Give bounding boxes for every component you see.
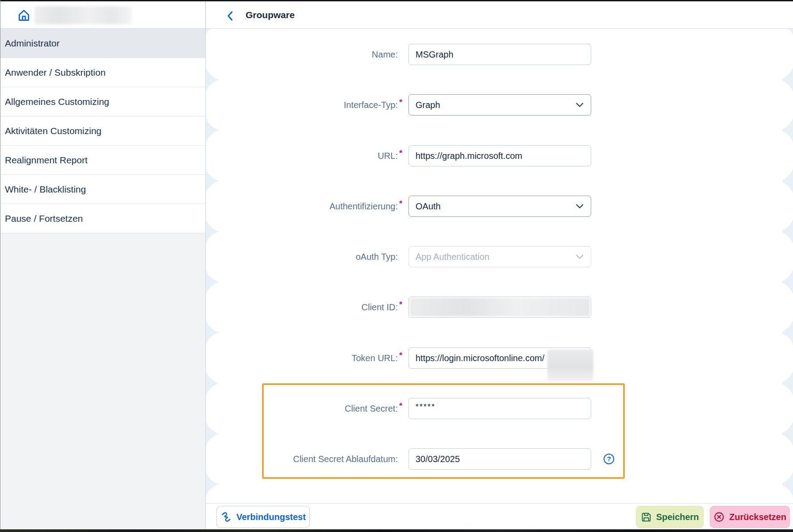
field-value: Graph: [416, 100, 440, 110]
connection-test-button[interactable]: Verbindungstest: [216, 506, 310, 528]
field-value: https://graph.microsoft.com: [416, 151, 522, 161]
form: Name:MSGraphInterface-Typ:*GraphURL:*htt…: [0, 0, 793, 532]
home-button[interactable]: [16, 8, 32, 23]
field-label-client-id: Client ID:: [223, 301, 398, 313]
required-asterisk: *: [399, 97, 405, 107]
window-bottom-edge: [0, 529, 793, 532]
back-button[interactable]: [223, 9, 237, 23]
select-interface-typ[interactable]: Graph: [408, 94, 591, 116]
required-asterisk: *: [399, 199, 405, 208]
save-button[interactable]: Speichern: [636, 506, 704, 528]
field-value: *****: [416, 402, 435, 412]
redaction-overlay: [547, 350, 593, 382]
field-label-oauth-typ: oAuth Typ:: [223, 251, 398, 263]
connection-test-label: Verbindungstest: [236, 512, 306, 522]
reset-label: Zurücksetzen: [729, 512, 786, 522]
window-left-edge: [0, 0, 0, 532]
field-label-url: URL:: [223, 150, 398, 162]
input-name[interactable]: MSGraph: [408, 44, 591, 65]
save-icon: [641, 512, 652, 523]
chevron-down-icon: [575, 102, 584, 108]
input-client-secret[interactable]: *****: [408, 398, 591, 419]
field-label-interface-typ: Interface-Typ:: [223, 99, 398, 111]
required-asterisk: *: [399, 148, 405, 158]
field-label-token-url: Token URL:: [223, 352, 398, 364]
field-value: MSGraph: [416, 50, 454, 60]
footer-bar: Verbindungstest Speichern Zurücksetzen: [206, 504, 793, 529]
select-oauth-typ: App Authentication: [408, 246, 591, 267]
page-title: Groupware: [246, 1, 295, 29]
field-label-client-secret: Client Secret:: [223, 402, 398, 415]
header-divider: [205, 1, 206, 29]
redaction-overlay: [410, 298, 590, 316]
select-authentifizierung[interactable]: OAuth: [408, 196, 591, 217]
reset-button[interactable]: Zurücksetzen: [710, 506, 790, 528]
input-token-url[interactable]: https://login.microsoftonline.com/: [408, 347, 591, 369]
required-asterisk: *: [399, 300, 405, 309]
home-icon: [16, 8, 31, 23]
help-button[interactable]: ?: [603, 453, 615, 465]
field-label-client-secret-ablaufdatum: Client Secret Ablaufdatum:: [223, 453, 398, 465]
app-logo-redacted: [35, 6, 132, 24]
field-value: https://login.microsoftonline.com/: [416, 353, 544, 363]
save-label: Speichern: [656, 512, 699, 522]
field-value: 30/03/2025: [416, 454, 460, 464]
field-value: OAuth: [416, 201, 441, 212]
top-bar: Groupware: [0, 1, 793, 29]
field-label-authentifizierung: Authentifizierung:: [223, 200, 398, 212]
field-value: App Authentication: [416, 252, 489, 262]
required-asterisk: *: [399, 401, 405, 411]
cancel-circle-icon: [713, 511, 725, 523]
input-client-secret-ablaufdatum[interactable]: 30/03/2025: [408, 448, 591, 470]
input-url[interactable]: https://graph.microsoft.com: [408, 145, 591, 166]
link-icon: [220, 511, 232, 523]
field-label-name: Name:: [223, 48, 398, 61]
input-client-id[interactable]: [408, 297, 591, 318]
window-top-edge: [0, 0, 793, 1]
chevron-down-icon: [575, 203, 584, 209]
required-asterisk: *: [399, 351, 405, 360]
help-icon: ?: [603, 453, 615, 465]
chevron-down-icon: [575, 254, 584, 260]
svg-text:?: ?: [607, 455, 611, 463]
chevron-left-icon: [225, 10, 235, 22]
